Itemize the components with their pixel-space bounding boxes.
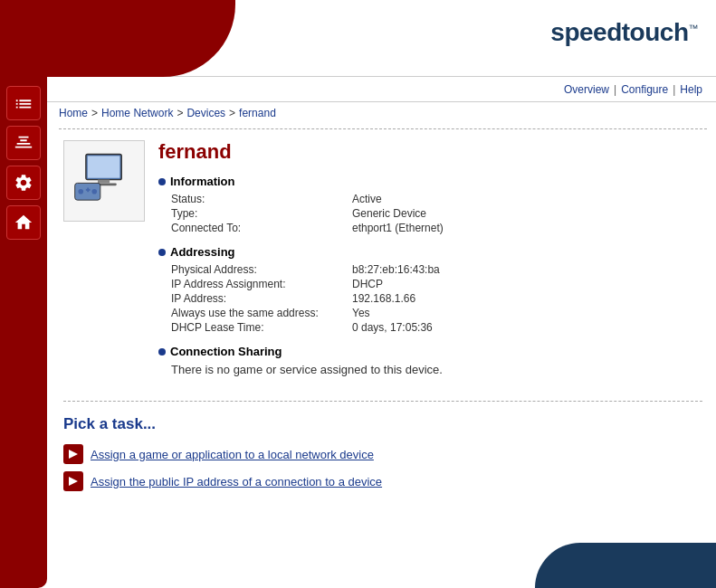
device-section: fernand Information Status: Active Type:… [63,140,702,402]
breadcrumb-home[interactable]: Home [59,107,88,119]
info-row-ip: IP Address: 192.168.1.66 [171,292,702,305]
info-row-always-same: Always use the same address: Yes [171,307,702,319]
logo-light: speed [550,18,621,46]
svg-rect-2 [98,179,110,183]
logo-bold: touch [622,18,689,46]
task-item-2: Assign the public IP address of a connec… [63,471,702,491]
connection-sharing-message: There is no game or service assigned to … [158,363,702,376]
task-arrow-icon-2 [63,471,83,491]
task-link-1[interactable]: Assign a game or application to a local … [91,448,374,461]
svg-point-6 [91,188,97,194]
logo: speedtouch™ [550,18,698,47]
sidebar-icon-home[interactable] [6,205,41,240]
svg-marker-9 [69,450,78,459]
addressing-title: Addressing [158,245,702,259]
configure-link[interactable]: Configure [621,83,668,96]
help-link[interactable]: Help [680,83,702,96]
info-row-type: Type: Generic Device [171,207,702,220]
information-table: Status: Active Type: Generic Device Conn… [158,193,702,234]
info-row-dhcp-lease: DHCP Lease Time: 0 days, 17:05:36 [171,321,702,334]
breadcrumb-devices[interactable]: Devices [186,107,225,119]
svg-rect-1 [87,156,119,177]
task-title: Pick a task... [63,415,702,433]
sidebar-icon-settings[interactable] [6,166,41,200]
breadcrumb-sep1: > [91,107,98,119]
info-row-physical: Physical Address: b8:27:eb:16:43:ba [171,263,702,276]
info-row-connected: Connected To: ethport1 (Ethernet) [171,222,702,234]
main-content: fernand Information Status: Active Type:… [59,131,707,561]
arrow-right-icon-1 [67,448,80,460]
connection-sharing-section: Connection Sharing There is no game or s… [158,345,702,376]
addressing-table: Physical Address: b8:27:eb:16:43:ba IP A… [158,263,702,334]
breadcrumb: Home > Home Network > Devices > fernand [59,102,707,129]
sidebar-icon-router[interactable] [6,126,41,160]
device-details: fernand Information Status: Active Type:… [158,140,702,387]
connection-sharing-bullet [158,348,166,356]
nav-sep-1: | [614,83,616,96]
header-red-decoration [0,0,235,77]
information-bullet [158,178,166,185]
sidebar-icon-network[interactable] [6,86,41,120]
overview-link[interactable]: Overview [564,83,609,96]
connection-sharing-title: Connection Sharing [158,345,702,358]
arrow-right-icon-2 [67,475,80,488]
device-name: fernand [158,140,702,164]
breadcrumb-sep2: > [177,107,183,119]
svg-point-5 [78,188,83,194]
information-section: Information Status: Active Type: Generic… [158,175,702,234]
device-icon-box [63,140,145,222]
device-image-icon [71,147,138,215]
info-row-ip-assignment: IP Address Assignment: DHCP [171,278,702,290]
task-section: Pick a task... Assign a game or applicat… [63,415,702,491]
info-row-status: Status: Active [171,193,702,205]
breadcrumb-sep3: > [229,107,235,119]
task-link-2[interactable]: Assign the public IP address of a connec… [91,475,382,488]
information-title: Information [158,175,702,188]
header: speedtouch™ [0,0,716,77]
svg-marker-10 [69,477,78,486]
bottom-curve-decoration [535,543,716,588]
task-arrow-icon-1 [63,444,83,464]
logo-tm: ™ [689,23,699,33]
breadcrumb-current: fernand [239,107,276,119]
addressing-section: Addressing Physical Address: b8:27:eb:16… [158,245,702,334]
task-item-1: Assign a game or application to a local … [63,444,702,464]
nav-sep-2: | [673,83,675,96]
breadcrumb-home-network[interactable]: Home Network [101,107,173,119]
sidebar [0,77,47,588]
top-nav: Overview | Configure | Help [47,77,716,102]
svg-rect-8 [87,187,89,192]
addressing-bullet [158,249,166,256]
